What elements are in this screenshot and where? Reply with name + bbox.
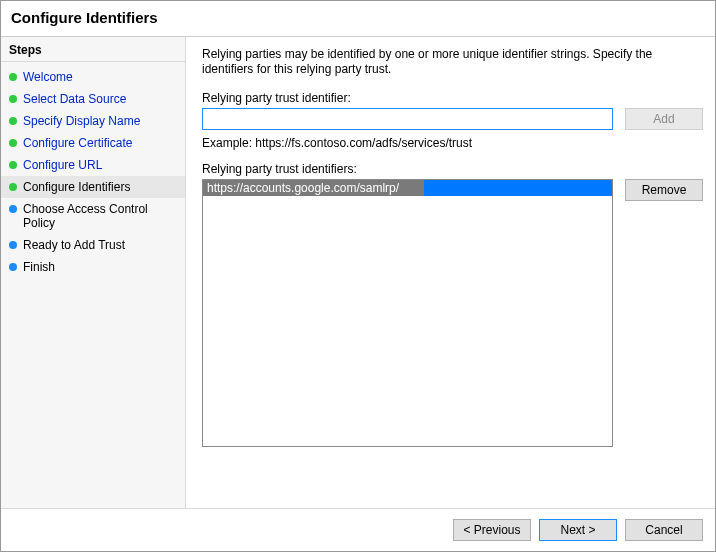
next-button[interactable]: Next > — [539, 519, 617, 541]
step-label: Configure URL — [23, 158, 177, 172]
identifiers-label: Relying party trust identifiers: — [202, 162, 703, 176]
step-bullet-icon — [9, 117, 17, 125]
identifier-input[interactable] — [202, 108, 613, 130]
step-welcome[interactable]: Welcome — [1, 66, 185, 88]
list-item[interactable]: https://accounts.google.com/samlrp/ — [203, 180, 612, 196]
steps-sidebar: Steps WelcomeSelect Data SourceSpecify D… — [1, 37, 186, 508]
step-configure-identifiers: Configure Identifiers — [1, 176, 185, 198]
step-select-data-source[interactable]: Select Data Source — [1, 88, 185, 110]
step-bullet-icon — [9, 139, 17, 147]
step-label: Finish — [23, 260, 177, 274]
step-label: Select Data Source — [23, 92, 177, 106]
identifier-label: Relying party trust identifier: — [202, 91, 703, 105]
step-label: Configure Identifiers — [23, 180, 177, 194]
step-bullet-icon — [9, 183, 17, 191]
step-specify-display-name[interactable]: Specify Display Name — [1, 110, 185, 132]
main-panel: Relying parties may be identified by one… — [186, 37, 715, 508]
step-ready-to-add-trust[interactable]: Ready to Add Trust — [1, 234, 185, 256]
steps-list: WelcomeSelect Data SourceSpecify Display… — [1, 66, 185, 278]
remove-button[interactable]: Remove — [625, 179, 703, 201]
step-choose-access-control-policy[interactable]: Choose Access Control Policy — [1, 198, 185, 234]
sidebar-heading: Steps — [1, 43, 185, 62]
example-text: Example: https://fs.contoso.com/adfs/ser… — [202, 136, 703, 150]
cancel-button[interactable]: Cancel — [625, 519, 703, 541]
step-bullet-icon — [9, 161, 17, 169]
step-bullet-icon — [9, 95, 17, 103]
wizard-window: Configure Identifiers Steps WelcomeSelec… — [0, 0, 716, 552]
page-title: Configure Identifiers — [1, 1, 715, 37]
content-area: Steps WelcomeSelect Data SourceSpecify D… — [1, 37, 715, 508]
identifiers-listbox[interactable]: https://accounts.google.com/samlrp/ — [202, 179, 613, 447]
step-finish[interactable]: Finish — [1, 256, 185, 278]
step-bullet-icon — [9, 263, 17, 271]
step-bullet-icon — [9, 73, 17, 81]
previous-button[interactable]: < Previous — [453, 519, 531, 541]
step-label: Configure Certificate — [23, 136, 177, 150]
add-button[interactable]: Add — [625, 108, 703, 130]
step-configure-url[interactable]: Configure URL — [1, 154, 185, 176]
footer-buttons: < Previous Next > Cancel — [1, 508, 715, 551]
step-label: Welcome — [23, 70, 177, 84]
intro-text: Relying parties may be identified by one… — [202, 47, 703, 77]
step-label: Choose Access Control Policy — [23, 202, 177, 230]
step-bullet-icon — [9, 241, 17, 249]
step-bullet-icon — [9, 205, 17, 213]
step-label: Ready to Add Trust — [23, 238, 177, 252]
step-configure-certificate[interactable]: Configure Certificate — [1, 132, 185, 154]
step-label: Specify Display Name — [23, 114, 177, 128]
